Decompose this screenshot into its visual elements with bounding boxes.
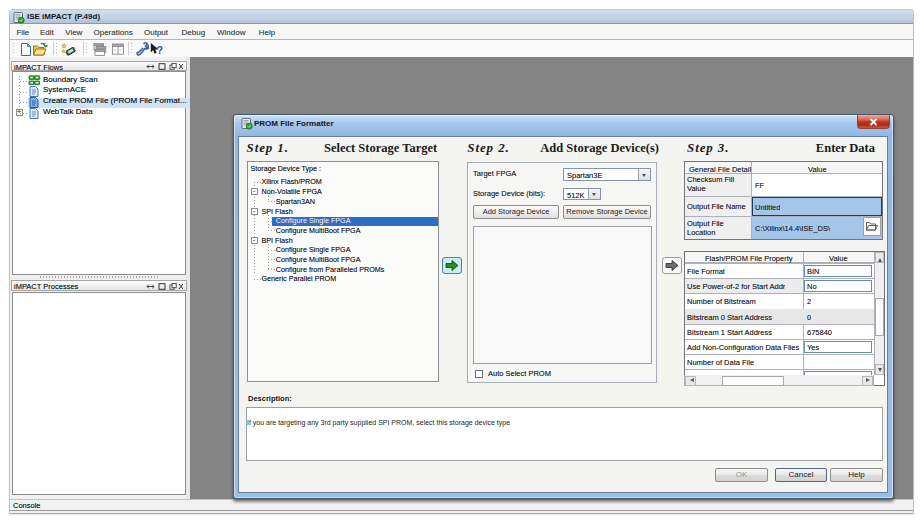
svg-text:?: ?: [157, 44, 163, 56]
